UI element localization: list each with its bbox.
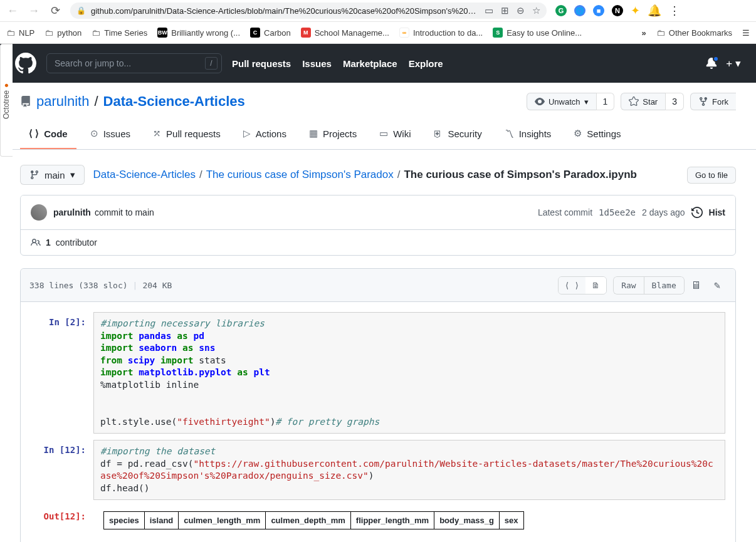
reload-button[interactable]: ⟳ [49,4,61,18]
notifications-icon[interactable] [706,58,717,69]
history-icon[interactable] [691,207,703,218]
create-new-dropdown[interactable]: + ▾ [726,57,741,70]
notion-icon[interactable]: N [612,5,623,16]
history-label[interactable]: Hist [709,207,725,217]
nav-marketplace[interactable]: Marketplace [343,58,397,69]
go-to-file-button[interactable]: Go to file [687,167,736,184]
translate-icon[interactable]: 🌐 [574,5,585,16]
star-count[interactable]: 3 [665,93,684,110]
gear-icon: ⚙ [574,128,582,139]
edit-icon[interactable]: ✎ [708,275,727,295]
file-navigation: main ▾ Data-Science-Articles / The curio… [20,150,736,195]
search-placeholder: Search or jump to... [55,58,131,68]
project-icon: ▦ [309,128,318,139]
star-ext-icon[interactable]: ✦ [631,4,640,18]
output-prompt: Out[12]: [31,506,93,534]
blame-button[interactable]: Blame [644,276,685,294]
commit-time[interactable]: 2 days ago [642,207,685,217]
tab-code[interactable]: ⟨ ⟩Code [20,123,76,149]
cell-prompt: In [2]: [31,312,93,434]
back-button[interactable]: ← [6,4,19,18]
file-header: 338 lines (338 sloc) | 204 KB ⟨ ⟩ 🗎 Raw … [21,269,735,302]
browser-toolbar: ← → ⟳ 🔒 github.com/parulnith/Data-Scienc… [0,0,756,22]
branch-selector[interactable]: main ▾ [20,165,85,185]
reader-icon[interactable]: ▭ [485,5,493,16]
unwatch-button[interactable]: Unwatch ▾ [527,93,596,110]
tab-issues[interactable]: ⊙Issues [81,123,139,149]
grammarly-icon[interactable]: G [555,5,567,16]
github-search[interactable]: Search or jump to... / [46,53,222,73]
bookmark-intro[interactable]: ∞Introduction to da... [399,28,483,38]
breadcrumb: Data-Science-Articles / The curious case… [93,169,637,181]
graph-icon: 〽 [505,128,514,139]
desktop-open-icon[interactable]: 🖥 [685,275,708,295]
bookmark-python[interactable]: 🗀python [45,28,81,38]
code-icon: ⟨ ⟩ [565,281,579,290]
bookmark-nlp[interactable]: 🗀NLP [6,28,34,38]
raw-button[interactable]: Raw [613,276,644,294]
bookmark-carbon[interactable]: CCarbon [250,28,291,38]
bell-icon[interactable]: 🔔 [648,4,661,18]
repo-tabs: ⟨ ⟩Code ⊙Issues ⤱Pull requests ▷Actions … [0,123,756,150]
bookmark-brilliantly[interactable]: BWBrilliantly wrong (... [157,28,240,38]
watch-count[interactable]: 1 [596,93,615,110]
nav-issues[interactable]: Issues [302,58,332,69]
bookmarks-overflow[interactable]: » [642,28,646,38]
reading-list-icon[interactable]: ☰ [742,28,750,38]
zoom-icon[interactable]: ⊖ [517,5,525,16]
repo-name-link[interactable]: Data-Science-Articles [103,93,245,110]
github-logo-icon[interactable] [15,53,36,74]
octotree-sidebar[interactable]: Octotree ● [0,44,13,157]
other-bookmarks[interactable]: 🗀Other Bookmarks [656,28,732,38]
folder-icon: 🗀 [656,28,665,38]
tab-projects[interactable]: ▦Projects [300,123,365,149]
notebook-render: In [2]: #importing necessary libraries i… [21,302,735,542]
repo-owner-link[interactable]: parulnith [36,93,89,110]
easy-icon: S [493,28,503,38]
issue-icon: ⊙ [90,128,98,139]
tab-settings[interactable]: ⚙Settings [565,123,629,149]
tab-pr[interactable]: ⤱Pull requests [144,123,229,149]
url-bar[interactable]: 🔒 github.com/parulnith/Data-Science-Arti… [70,3,547,19]
fork-button[interactable]: Fork [690,93,736,110]
commit-sha[interactable]: 1d5ee2e [599,207,636,217]
forward-button[interactable]: → [28,4,40,18]
fork-icon [698,96,708,107]
cell-prompt: In [12]: [31,440,93,500]
rendered-view-button[interactable]: 🗎 [585,277,606,294]
notebook-output: Out[12]: species island culmen_length_mm… [31,506,725,534]
tab-security[interactable]: ⛨Security [424,123,490,149]
bookmarks-bar: 🗀NLP 🗀python 🗀Time Series BWBrilliantly … [0,22,756,44]
nav-pull-requests[interactable]: Pull requests [232,58,291,69]
slash-key-icon: / [205,57,218,70]
cell-input: #importng the dataset df = pd.read_csv("… [93,440,725,500]
slash-separator: / [94,93,98,110]
star-button[interactable]: Star [621,93,665,110]
table-header: culmen_length_mm [179,512,266,529]
caret-down-icon: ▾ [584,97,589,107]
zoom-ext-icon[interactable]: ■ [593,5,604,16]
tab-wiki[interactable]: ▭Wiki [370,123,419,149]
avatar[interactable] [31,204,47,221]
shield-icon: ⛨ [433,128,443,139]
bookmark-timeseries[interactable]: 🗀Time Series [92,28,147,38]
menu-icon[interactable]: ⋮ [669,4,680,18]
table-header: body_mass_g [434,512,500,529]
bookmark-easy[interactable]: SEasy to use Online... [493,28,582,38]
book-icon: ▭ [379,128,388,139]
source-view-button[interactable]: ⟨ ⟩ [559,277,585,294]
breadcrumb-folder[interactable]: The curious case of Simpson's Paradox [206,169,394,181]
commit-message[interactable]: commit to main [95,207,154,217]
nav-explore[interactable]: Explore [409,58,443,69]
tab-insights[interactable]: 〽Insights [496,123,560,149]
file-icon: 🗎 [592,281,600,290]
branch-icon [29,170,39,180]
commit-author[interactable]: parulnith [53,207,91,217]
breadcrumb-root[interactable]: Data-Science-Articles [93,169,196,181]
tab-actions[interactable]: ▷Actions [234,123,295,149]
bookmark-star-icon[interactable]: ☆ [532,5,540,16]
github-header: Search or jump to... / Pull requests Iss… [0,44,756,83]
qr-icon[interactable]: ⊞ [501,5,509,16]
file-size: 204 KB [142,281,172,290]
bookmark-school[interactable]: MSchool Manageme... [301,28,389,38]
